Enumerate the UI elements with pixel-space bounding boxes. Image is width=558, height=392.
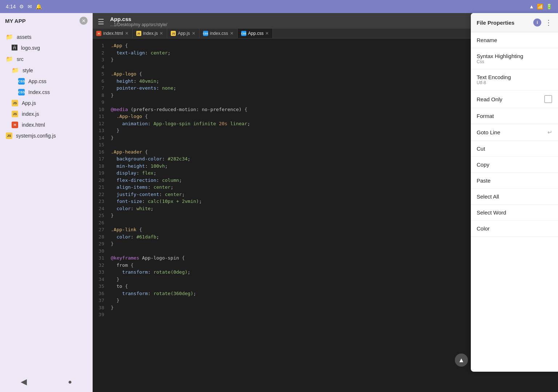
format-label: Format xyxy=(477,113,494,119)
battery-icon: 🔋 xyxy=(546,4,552,9)
encoding-label-container: Text Encoding Utf-8 xyxy=(477,74,511,85)
js-icon: JS xyxy=(6,132,12,139)
selectall-label: Select All xyxy=(477,193,499,200)
tab-label: App.css xyxy=(248,31,264,36)
sidebar-item-index-css[interactable]: CSS Index.css xyxy=(0,87,93,98)
sidebar-item-label: App.js xyxy=(22,100,36,106)
tab-index-html[interactable]: H index.html ✕ xyxy=(93,29,133,38)
line-numbers: 123 456 789 101112 131415 161718 192021 … xyxy=(93,38,107,392)
tab-label: index.css xyxy=(210,31,228,36)
js-icon: JS xyxy=(12,100,18,106)
cut-label: Cut xyxy=(477,146,485,152)
readonly-item[interactable]: Read Only xyxy=(471,90,558,108)
tab-app-css[interactable]: CSS App.css ✕ xyxy=(238,29,273,38)
color-item[interactable]: Color xyxy=(471,221,558,237)
syntax-sublabel: Css xyxy=(477,59,523,64)
selectword-label-container: Select Word xyxy=(477,209,506,216)
selectall-item[interactable]: Select All xyxy=(471,189,558,205)
rename-item[interactable]: Rename xyxy=(471,32,558,48)
notification-icon: 🔔 xyxy=(36,4,42,9)
cut-item[interactable]: Cut xyxy=(471,141,558,157)
sidebar-item-label: index.html xyxy=(22,122,45,128)
folder-icon: 📁 xyxy=(6,56,13,62)
css-icon: CSS xyxy=(18,78,25,85)
format-item[interactable]: Format xyxy=(471,108,558,124)
tab-close-icon[interactable]: ✕ xyxy=(159,31,163,36)
app-container: MY APP ✕ 📁 assets 🅰 logo.svg 📁 src xyxy=(0,13,558,392)
main-row: MY APP ✕ 📁 assets 🅰 logo.svg 📁 src xyxy=(0,13,558,392)
syntax-item[interactable]: Syntax Highlighting Css xyxy=(471,48,558,69)
panel-items: Rename Syntax Highlighting Css Text Enco… xyxy=(471,32,558,372)
rename-label-container: Rename xyxy=(477,37,497,43)
copy-label-container: Copy xyxy=(477,162,489,168)
tab-app-js[interactable]: JS App.js ✕ xyxy=(167,29,199,38)
html-icon: H xyxy=(12,122,18,128)
sidebar-close-button[interactable]: ✕ xyxy=(80,17,88,25)
rename-label: Rename xyxy=(477,37,497,43)
sidebar-items: 📁 assets 🅰 logo.svg 📁 src 📁 style xyxy=(0,28,93,372)
tab-index-js[interactable]: JS index.js ✕ xyxy=(133,29,167,38)
paste-label-container: Paste xyxy=(477,177,490,184)
header-info: App.css ...1/Desktop/my app/src/style/ xyxy=(110,16,167,27)
tab-js-icon: JS xyxy=(171,31,176,36)
copy-item[interactable]: Copy xyxy=(471,157,558,173)
scroll-up-button[interactable]: ▲ xyxy=(455,354,468,367)
sidebar-item-index-html[interactable]: H index.html xyxy=(0,119,93,130)
cut-label-container: Cut xyxy=(477,146,485,152)
more-icon[interactable]: ⋮ xyxy=(545,18,552,27)
gotoline-item[interactable]: Goto Line ↵ xyxy=(471,124,558,141)
panel-header-icons: i ⋮ xyxy=(533,18,552,27)
readonly-checkbox[interactable] xyxy=(544,95,552,103)
sidebar-item-label: assets xyxy=(17,34,31,40)
info-icon[interactable]: i xyxy=(533,19,541,26)
home-button[interactable]: ● xyxy=(68,378,72,386)
status-bar: 4:14 ⚙ ✉ 🔔 ▲ 📶 🔋 xyxy=(0,0,558,13)
readonly-label: Read Only xyxy=(477,96,502,102)
tab-close-icon[interactable]: ✕ xyxy=(230,31,234,36)
tab-label: App.js xyxy=(178,31,190,36)
signal-icon: 📶 xyxy=(537,4,543,9)
hamburger-button[interactable]: ☰ xyxy=(98,17,104,26)
js-icon: JS xyxy=(12,111,18,117)
panel-title: File Properties xyxy=(477,20,514,26)
sidebar-item-label: systemjs.config.js xyxy=(16,133,56,139)
selectword-label: Select Word xyxy=(477,209,506,216)
wifi-icon: ▲ xyxy=(529,4,534,9)
sidebar-item-systemjs[interactable]: JS systemjs.config.js xyxy=(0,130,93,141)
sidebar-item-index-js[interactable]: JS index.js xyxy=(0,109,93,119)
file-properties-panel: File Properties i ⋮ Rename Syntax Highli… xyxy=(471,13,558,372)
tab-js-icon: JS xyxy=(136,31,141,36)
encoding-label: Text Encoding xyxy=(477,74,511,80)
tab-css-icon: CSS xyxy=(241,31,246,36)
tab-index-css[interactable]: CSS index.css ✕ xyxy=(199,29,238,38)
editor-path: ...1/Desktop/my app/src/style/ xyxy=(110,22,167,27)
gmail-icon: ✉ xyxy=(28,4,32,9)
sidebar-item-app-css[interactable]: CSS App.css xyxy=(0,76,93,87)
sidebar-title: MY APP xyxy=(5,18,26,24)
encoding-item[interactable]: Text Encoding Utf-8 xyxy=(471,69,558,90)
enter-icon: ↵ xyxy=(547,129,552,136)
selectword-item[interactable]: Select Word xyxy=(471,205,558,221)
sidebar-item-logo[interactable]: 🅰 logo.svg xyxy=(0,42,93,53)
editor-filename: App.css xyxy=(110,16,167,22)
sidebar-item-label: Index.css xyxy=(28,89,50,95)
paste-label: Paste xyxy=(477,177,490,184)
format-label-container: Format xyxy=(477,113,494,119)
readonly-label-container: Read Only xyxy=(477,96,502,102)
tab-html-icon: H xyxy=(96,31,101,36)
bottom-nav: ◀ ● xyxy=(0,372,93,392)
sidebar-item-style[interactable]: 📁 style xyxy=(0,65,93,76)
color-label-container: Color xyxy=(477,225,490,232)
tab-close-icon[interactable]: ✕ xyxy=(265,31,269,36)
tab-close-icon[interactable]: ✕ xyxy=(125,31,129,36)
paste-item[interactable]: Paste xyxy=(471,173,558,189)
back-button[interactable]: ◀ xyxy=(21,377,27,387)
sidebar-item-app-js[interactable]: JS App.js xyxy=(0,98,93,109)
sidebar-header: MY APP ✕ xyxy=(0,13,93,28)
selectall-label-container: Select All xyxy=(477,193,499,200)
syntax-label: Syntax Highlighting xyxy=(477,53,523,59)
sidebar-item-label: src xyxy=(17,56,24,62)
tab-close-icon[interactable]: ✕ xyxy=(192,31,195,36)
sidebar-item-assets[interactable]: 📁 assets xyxy=(0,31,93,42)
sidebar-item-src[interactable]: 📁 src xyxy=(0,53,93,65)
